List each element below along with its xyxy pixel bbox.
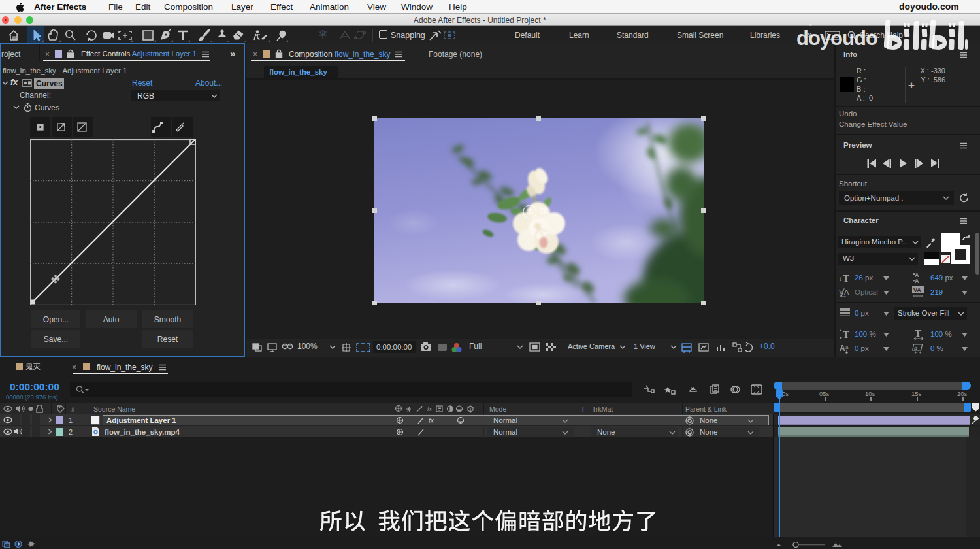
svg-text:T: T [915, 329, 921, 339]
svg-text:T: T [843, 273, 849, 282]
svg-text:T: T [843, 329, 849, 340]
svg-text:A: A [915, 278, 919, 284]
svg-text:a: a [845, 344, 849, 350]
svg-text:#: # [71, 406, 75, 413]
svg-text:V: V [839, 288, 844, 296]
svg-text:A: A [840, 344, 845, 353]
svg-text:t: t [840, 275, 841, 282]
svg-text:fx: fx [429, 417, 434, 424]
svg-text:fx: fx [427, 406, 433, 412]
svg-text:VA: VA [913, 287, 921, 293]
svg-text:A: A [844, 288, 849, 296]
